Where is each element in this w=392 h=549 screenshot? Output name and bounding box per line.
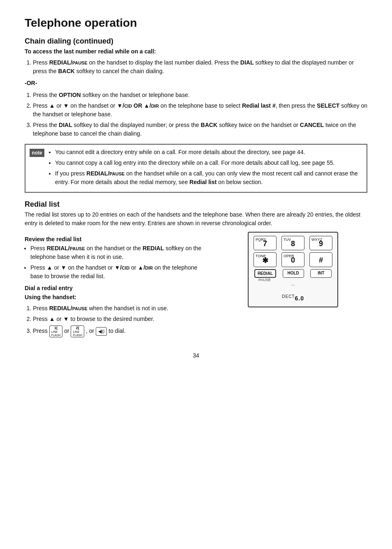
- key-8-letters: TUV: [284, 238, 291, 242]
- key-0-letters: OPER: [284, 254, 294, 258]
- steps-b-list: Press the OPTION softkey on the handset …: [33, 91, 367, 138]
- right-col: PQRS 7 TUV 8 WXYZ 9 TONE ✱: [219, 232, 367, 340]
- note-content: You cannot edit a directory entry while …: [49, 148, 362, 189]
- key-star-letters: TONE: [256, 254, 266, 258]
- key-redial: REDIAL: [254, 269, 276, 278]
- step-a-1: Press REDIAL/PAUSE on the handset to dis…: [33, 58, 367, 76]
- key-hold: HOLD: [283, 269, 304, 278]
- two-col-layout: Review the redial list Press REDIAL/PAUS…: [25, 232, 367, 340]
- redial-last-bold: Redial last #: [242, 102, 276, 109]
- dial-step-1: Press REDIAL/PAUSE when the handset is n…: [33, 304, 206, 313]
- option-bold: OPTION: [59, 92, 81, 98]
- line2-key: 2( LINEFLASH: [71, 325, 84, 337]
- line1-key: 1( LINEFLASH: [49, 325, 63, 337]
- dial-step-3: Press 1( LINEFLASH or 2( LINEFLASH , or …: [33, 325, 206, 337]
- or-label: -OR-: [25, 79, 367, 88]
- key-9: WXYZ 9: [309, 236, 332, 250]
- back-bold: BACK: [58, 68, 74, 74]
- cid-bold: ▼/CID OR ▲/DIR: [117, 102, 159, 109]
- review-redial-heading: Review the redial list: [25, 236, 206, 242]
- subheading-last-number: To access the last number redial while o…: [25, 47, 367, 56]
- using-handset-sub: Using the handset:: [25, 293, 206, 302]
- arrow-down-icon: [63, 102, 69, 109]
- phone-row-2: TONE ✱ OPER 0 #: [251, 252, 335, 267]
- arrow-up-icon3: [49, 316, 55, 322]
- redial-pause-review1: REDIAL/PAUSE: [47, 245, 85, 251]
- dect-label: DECT6.0: [251, 294, 335, 302]
- key-0: OPER 0: [281, 252, 304, 267]
- phone-row-1: PQRS 7 TUV 8 WXYZ 9: [251, 236, 335, 250]
- note-box: note You cannot edit a directory entry w…: [25, 144, 367, 193]
- note-list: You cannot edit a directory entry while …: [55, 148, 362, 187]
- key-hash-num: #: [312, 256, 330, 265]
- phone-row-3: REDIAL HOLD INT: [251, 269, 335, 278]
- steps-a-list: Press REDIAL/PAUSE on the handset to dis…: [33, 58, 367, 76]
- review-bullet-1: Press REDIAL/PAUSE on the handset or the…: [30, 244, 206, 261]
- dial-bold: DIAL: [240, 59, 254, 66]
- handset-icon: ⌒: [291, 284, 295, 290]
- left-col: Review the redial list Press REDIAL/PAUS…: [25, 232, 206, 340]
- dial-redial-heading: Dial a redial entry: [25, 285, 206, 291]
- key-7: PQRS 7: [254, 236, 277, 250]
- back-bold2: BACK: [201, 122, 217, 128]
- redial-pause-bold: REDIAL/PAUSE: [49, 59, 88, 66]
- arrow-up-icon2: [47, 264, 53, 271]
- dect-super: DECT: [282, 294, 295, 299]
- review-bullet-2: Press or on the handset or ▼/CID or ▲/DI…: [30, 263, 206, 281]
- dir-bold2: ▲/DIR: [138, 264, 153, 271]
- handset-icon-area: ⌒: [251, 284, 335, 291]
- key-8: TUV 8: [281, 236, 304, 250]
- cancel-bold: CANCEL: [300, 122, 324, 128]
- dial-bold2: DIAL: [59, 122, 72, 128]
- arrow-down-icon2: [61, 264, 67, 271]
- select-bold: SELECT: [317, 102, 339, 109]
- dect-num: 6.0: [295, 295, 304, 302]
- arrow-down-icon3: [63, 316, 69, 322]
- page-number: 34: [25, 352, 367, 359]
- key-int: INT: [310, 269, 332, 278]
- cid-dir-bold2: ▼/CID: [114, 264, 129, 271]
- page-title: Telephone operation: [25, 16, 367, 30]
- redial-list-body: The redial list stores up to 20 entries …: [25, 210, 367, 228]
- key-hash: #: [309, 252, 332, 267]
- speaker-key: ◀)): [96, 327, 107, 336]
- note-item-2: You cannot copy a call log entry into th…: [55, 159, 362, 167]
- dial-step-2: Press or to browse to the desired number…: [33, 315, 206, 323]
- step-b-1: Press the OPTION softkey on the handset …: [33, 91, 367, 99]
- redial-list-heading: Redial list: [25, 200, 367, 209]
- key-9-letters: WXYZ: [311, 238, 322, 242]
- chain-dialing-heading: Chain dialing (continued): [25, 37, 367, 46]
- step-b-2: Press or on the handset or ▼/CID OR ▲/DI…: [33, 101, 367, 119]
- arrow-up-icon: [49, 102, 55, 109]
- pause-label: PAUSE: [258, 278, 335, 282]
- key-7-letters: PQRS: [256, 238, 266, 242]
- step-b-3: Press the DIAL softkey to dial the displ…: [33, 121, 367, 138]
- note-item-3: If you press REDIAL/PAUSE on the handset…: [55, 169, 362, 187]
- key-star: TONE ✱: [254, 252, 277, 267]
- redial-pause-dial1: REDIAL/PAUSE: [49, 305, 88, 311]
- redial-softkey: REDIAL: [143, 245, 164, 251]
- redial-list-note: Redial list: [189, 179, 217, 185]
- review-bullet-list: Press REDIAL/PAUSE on the handset or the…: [30, 244, 206, 281]
- dial-steps-list: Press REDIAL/PAUSE when the handset is n…: [33, 304, 206, 337]
- phone-diagram: PQRS 7 TUV 8 WXYZ 9 TONE ✱: [248, 232, 338, 307]
- note-item-1: You cannot edit a directory entry while …: [55, 148, 362, 157]
- note-label: note: [30, 149, 44, 157]
- redial-pause-note: REDIAL/PAUSE: [86, 170, 125, 177]
